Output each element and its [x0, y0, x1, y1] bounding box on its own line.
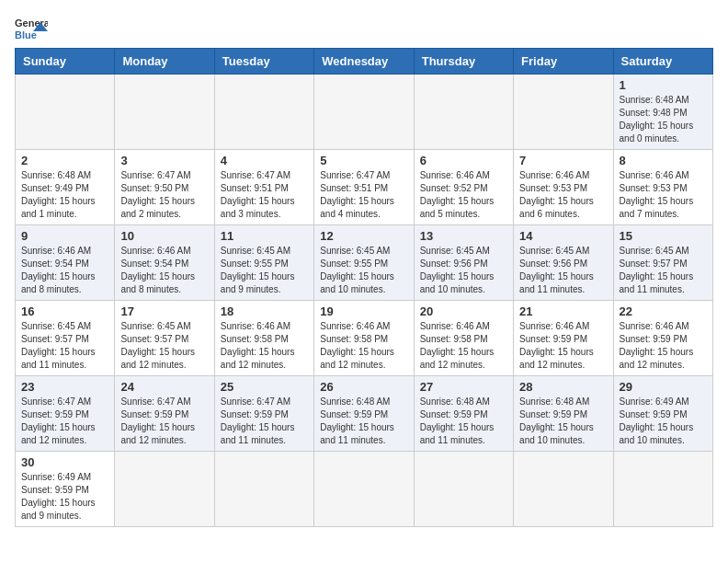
calendar-cell: [613, 452, 712, 527]
day-info: Sunrise: 6:46 AM Sunset: 9:59 PM Dayligh…: [519, 320, 607, 372]
day-number: 22: [620, 304, 707, 318]
calendar-cell: [214, 75, 313, 150]
calendar-header-tuesday: Tuesday: [214, 49, 313, 75]
day-info: Sunrise: 6:46 AM Sunset: 9:53 PM Dayligh…: [620, 169, 707, 221]
day-info: Sunrise: 6:49 AM Sunset: 9:59 PM Dayligh…: [21, 471, 108, 523]
calendar-week-row: 1Sunrise: 6:48 AM Sunset: 9:48 PM Daylig…: [16, 75, 713, 150]
calendar-cell: 21Sunrise: 6:46 AM Sunset: 9:59 PM Dayli…: [514, 301, 613, 376]
calendar-cell: [414, 452, 513, 527]
calendar-week-row: 9Sunrise: 6:46 AM Sunset: 9:54 PM Daylig…: [16, 225, 713, 301]
calendar-cell: 30Sunrise: 6:49 AM Sunset: 9:59 PM Dayli…: [16, 452, 115, 527]
calendar-week-row: 16Sunrise: 6:45 AM Sunset: 9:57 PM Dayli…: [16, 301, 713, 376]
calendar-cell: 3Sunrise: 6:47 AM Sunset: 9:50 PM Daylig…: [115, 150, 214, 225]
calendar-header-wednesday: Wednesday: [314, 49, 414, 75]
calendar-cell: 25Sunrise: 6:47 AM Sunset: 9:59 PM Dayli…: [214, 376, 313, 452]
calendar-cell: 26Sunrise: 6:48 AM Sunset: 9:59 PM Dayli…: [314, 376, 414, 452]
calendar-cell: [314, 75, 414, 150]
calendar-header-thursday: Thursday: [414, 49, 513, 75]
calendar-cell: 4Sunrise: 6:47 AM Sunset: 9:51 PM Daylig…: [214, 150, 313, 225]
calendar-week-row: 30Sunrise: 6:49 AM Sunset: 9:59 PM Dayli…: [16, 452, 713, 527]
calendar-cell: 23Sunrise: 6:47 AM Sunset: 9:59 PM Dayli…: [16, 376, 115, 452]
calendar-table: SundayMondayTuesdayWednesdayThursdayFrid…: [15, 48, 713, 527]
day-info: Sunrise: 6:46 AM Sunset: 9:59 PM Dayligh…: [620, 320, 707, 372]
day-info: Sunrise: 6:46 AM Sunset: 9:58 PM Dayligh…: [221, 320, 308, 372]
calendar-header-saturday: Saturday: [613, 49, 712, 75]
day-number: 20: [420, 304, 507, 318]
day-number: 3: [120, 154, 208, 167]
calendar-cell: 10Sunrise: 6:46 AM Sunset: 9:54 PM Dayli…: [115, 225, 214, 301]
day-number: 30: [21, 455, 108, 469]
calendar-week-row: 2Sunrise: 6:48 AM Sunset: 9:49 PM Daylig…: [16, 150, 713, 225]
calendar-cell: 15Sunrise: 6:45 AM Sunset: 9:57 PM Dayli…: [613, 225, 712, 301]
calendar-cell: 2Sunrise: 6:48 AM Sunset: 9:49 PM Daylig…: [16, 150, 115, 225]
calendar-cell: 20Sunrise: 6:46 AM Sunset: 9:58 PM Dayli…: [414, 301, 513, 376]
day-info: Sunrise: 6:45 AM Sunset: 9:55 PM Dayligh…: [221, 245, 308, 296]
logo: General Blue: [15, 15, 48, 40]
day-info: Sunrise: 6:47 AM Sunset: 9:59 PM Dayligh…: [21, 396, 108, 447]
day-number: 29: [620, 380, 707, 394]
day-info: Sunrise: 6:47 AM Sunset: 9:51 PM Dayligh…: [221, 169, 308, 221]
calendar-cell: 19Sunrise: 6:46 AM Sunset: 9:58 PM Dayli…: [314, 301, 414, 376]
day-info: Sunrise: 6:47 AM Sunset: 9:50 PM Dayligh…: [120, 169, 208, 221]
calendar-cell: 27Sunrise: 6:48 AM Sunset: 9:59 PM Dayli…: [414, 376, 513, 452]
day-number: 8: [620, 154, 707, 167]
day-info: Sunrise: 6:46 AM Sunset: 9:52 PM Dayligh…: [420, 169, 507, 221]
day-number: 15: [620, 229, 707, 243]
day-info: Sunrise: 6:48 AM Sunset: 9:59 PM Dayligh…: [519, 396, 607, 447]
calendar-cell: 9Sunrise: 6:46 AM Sunset: 9:54 PM Daylig…: [16, 225, 115, 301]
day-number: 27: [420, 380, 507, 394]
day-info: Sunrise: 6:46 AM Sunset: 9:58 PM Dayligh…: [320, 320, 407, 372]
calendar-header-row: SundayMondayTuesdayWednesdayThursdayFrid…: [16, 49, 713, 75]
calendar-cell: [16, 75, 115, 150]
day-info: Sunrise: 6:45 AM Sunset: 9:56 PM Dayligh…: [519, 245, 607, 296]
calendar-cell: 29Sunrise: 6:49 AM Sunset: 9:59 PM Dayli…: [613, 376, 712, 452]
calendar-cell: 17Sunrise: 6:45 AM Sunset: 9:57 PM Dayli…: [115, 301, 214, 376]
day-info: Sunrise: 6:48 AM Sunset: 9:48 PM Dayligh…: [620, 94, 707, 145]
day-number: 17: [120, 304, 208, 318]
day-info: Sunrise: 6:45 AM Sunset: 9:56 PM Dayligh…: [420, 245, 507, 296]
calendar-cell: [514, 75, 613, 150]
calendar-cell: [214, 452, 313, 527]
day-info: Sunrise: 6:48 AM Sunset: 9:59 PM Dayligh…: [320, 396, 407, 447]
day-number: 13: [420, 229, 507, 243]
logo-icon: General Blue: [15, 15, 48, 40]
calendar-cell: 12Sunrise: 6:45 AM Sunset: 9:55 PM Dayli…: [314, 225, 414, 301]
day-number: 12: [320, 229, 407, 243]
calendar-cell: 13Sunrise: 6:45 AM Sunset: 9:56 PM Dayli…: [414, 225, 513, 301]
calendar-cell: [514, 452, 613, 527]
day-number: 11: [221, 229, 308, 243]
day-info: Sunrise: 6:45 AM Sunset: 9:57 PM Dayligh…: [120, 320, 208, 372]
day-number: 2: [21, 154, 108, 167]
day-number: 26: [320, 380, 407, 394]
day-number: 19: [320, 304, 407, 318]
calendar-cell: 6Sunrise: 6:46 AM Sunset: 9:52 PM Daylig…: [414, 150, 513, 225]
day-number: 25: [221, 380, 308, 394]
day-number: 23: [21, 380, 108, 394]
calendar-cell: [314, 452, 414, 527]
day-info: Sunrise: 6:49 AM Sunset: 9:59 PM Dayligh…: [620, 396, 707, 447]
day-info: Sunrise: 6:46 AM Sunset: 9:54 PM Dayligh…: [120, 245, 208, 296]
day-number: 18: [221, 304, 308, 318]
calendar-cell: 28Sunrise: 6:48 AM Sunset: 9:59 PM Dayli…: [514, 376, 613, 452]
calendar-cell: [414, 75, 513, 150]
day-number: 5: [320, 154, 407, 167]
day-number: 16: [21, 304, 108, 318]
calendar-header-monday: Monday: [115, 49, 214, 75]
day-info: Sunrise: 6:46 AM Sunset: 9:54 PM Dayligh…: [21, 245, 108, 296]
day-number: 10: [120, 229, 208, 243]
day-info: Sunrise: 6:46 AM Sunset: 9:53 PM Dayligh…: [519, 169, 607, 221]
calendar-cell: 16Sunrise: 6:45 AM Sunset: 9:57 PM Dayli…: [16, 301, 115, 376]
calendar-cell: 5Sunrise: 6:47 AM Sunset: 9:51 PM Daylig…: [314, 150, 414, 225]
calendar-cell: 11Sunrise: 6:45 AM Sunset: 9:55 PM Dayli…: [214, 225, 313, 301]
calendar-week-row: 23Sunrise: 6:47 AM Sunset: 9:59 PM Dayli…: [16, 376, 713, 452]
day-info: Sunrise: 6:45 AM Sunset: 9:57 PM Dayligh…: [21, 320, 108, 372]
calendar-cell: 1Sunrise: 6:48 AM Sunset: 9:48 PM Daylig…: [613, 75, 712, 150]
page-header: General Blue: [15, 15, 713, 40]
calendar-cell: [115, 452, 214, 527]
day-number: 14: [519, 229, 607, 243]
day-info: Sunrise: 6:47 AM Sunset: 9:59 PM Dayligh…: [120, 396, 208, 447]
calendar-header-sunday: Sunday: [16, 49, 115, 75]
calendar-cell: 7Sunrise: 6:46 AM Sunset: 9:53 PM Daylig…: [514, 150, 613, 225]
day-info: Sunrise: 6:47 AM Sunset: 9:51 PM Dayligh…: [320, 169, 407, 221]
calendar-cell: [115, 75, 214, 150]
